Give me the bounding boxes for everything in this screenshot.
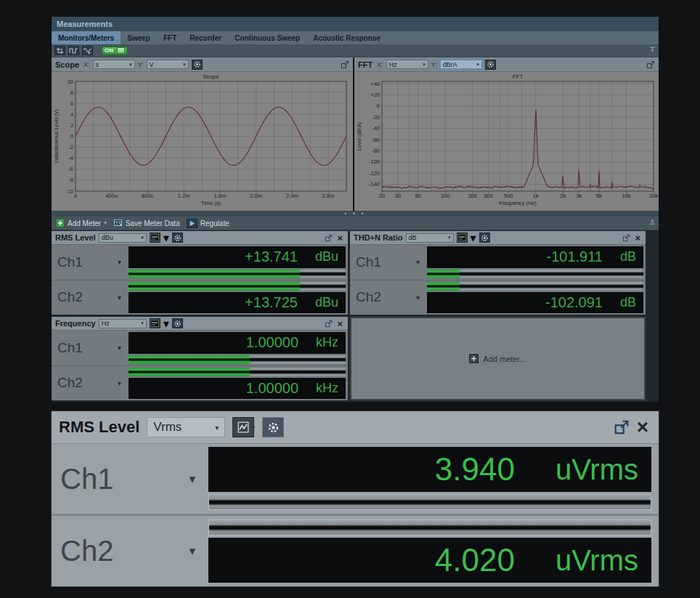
svg-text:-120: -120 <box>369 170 380 177</box>
tab-fft[interactable]: FFT <box>157 31 183 44</box>
tab-monitors-meters[interactable]: Monitors/Meters <box>52 31 121 44</box>
scope-x-unit-value: s <box>96 61 99 68</box>
scope-panel-title: Scope <box>55 60 79 69</box>
channel-selector[interactable]: Ch2▾ <box>52 516 208 586</box>
chevron-down-icon: ▾ <box>471 231 476 245</box>
zoom-close-button[interactable]: × <box>637 417 648 437</box>
save-meter-data-button[interactable]: Save Meter Data <box>112 219 182 227</box>
meter-close-button[interactable]: × <box>335 233 344 243</box>
svg-text:-8: -8 <box>68 177 73 183</box>
meter-channel-row: Ch1▾1.00000kHz <box>52 331 348 365</box>
meter-settings-button[interactable] <box>172 233 183 243</box>
meter-toolbar-collapse-button[interactable] <box>649 219 656 225</box>
chevron-down-icon[interactable]: ▾ <box>251 424 255 432</box>
horizontal-splitter[interactable]: • • • <box>52 211 659 217</box>
meter-display-mode-button[interactable] <box>457 233 468 243</box>
channel-selector[interactable]: Ch2▾ <box>52 366 126 401</box>
chevron-down-icon: ▾ <box>118 344 121 352</box>
svg-text:-80: -80 <box>372 148 380 154</box>
meter-display-mode-button[interactable] <box>150 233 160 243</box>
generator-on-toggle[interactable]: ON <box>102 47 128 55</box>
meter-settings-button[interactable] <box>172 318 183 328</box>
meter-popout-button[interactable] <box>325 320 333 328</box>
tab-acoustic-response[interactable]: Acoustic Response <box>306 31 387 44</box>
scope-settings-button[interactable] <box>192 60 203 70</box>
fft-x-unit-select[interactable]: Hz▾ <box>386 60 428 69</box>
analyzer-button[interactable] <box>82 46 93 55</box>
channel-selector[interactable]: Ch1▾ <box>350 245 425 280</box>
scope-panel-header: Scope X: s▾ Y: V▾ <box>52 57 353 72</box>
meter-settings-button[interactable] <box>479 233 490 243</box>
monitor-toolbar: ON <box>52 44 659 57</box>
level-bar-fill <box>427 282 460 291</box>
fft-y-unit-value: dBrA <box>443 61 457 68</box>
zoom-settings-button[interactable] <box>262 417 284 437</box>
zoom-unit-select[interactable]: Vrms ▾ <box>147 417 225 437</box>
scope-y-unit-select[interactable]: V▾ <box>147 60 189 69</box>
meter-title: Frequency <box>55 319 96 328</box>
scope-x-unit-select[interactable]: s▾ <box>93 60 135 69</box>
channel-selector[interactable]: Ch1▾ <box>52 245 126 280</box>
add-meter-label: Add Meter <box>68 219 101 227</box>
regulate-button[interactable]: Regulate <box>185 219 231 228</box>
channel-selector[interactable]: Ch1▾ <box>52 331 126 365</box>
meter-readout: -101.911dB <box>427 246 643 268</box>
meter-close-button[interactable]: × <box>335 319 344 328</box>
fft-settings-button[interactable] <box>485 60 496 70</box>
meter-display-stack: +13.741dBu <box>126 245 348 280</box>
svg-text:-10: -10 <box>65 188 73 195</box>
zoom-panel-header: RMS Level Vrms ▾ ▾ × <box>52 411 659 444</box>
save-meter-data-label: Save Meter Data <box>126 219 180 227</box>
level-bar <box>208 494 651 510</box>
meter-unit: dBu <box>315 295 338 310</box>
meter-unit: dB <box>620 249 636 264</box>
fft-panel-title: FFT <box>358 60 373 69</box>
gear-icon <box>487 60 495 68</box>
meter-popout-button[interactable] <box>325 234 333 242</box>
meter-value: 4.020 <box>435 542 515 578</box>
channel-name: Ch2 <box>57 375 83 391</box>
generator-button[interactable] <box>68 46 79 55</box>
meter-unit-select[interactable]: dBu▾ <box>99 233 147 243</box>
tab-recorder[interactable]: Recorder <box>183 31 228 44</box>
popout-icon <box>646 60 655 69</box>
meter-display-stack: +13.725dBu <box>126 280 348 315</box>
zoom-popout-button[interactable] <box>614 419 630 435</box>
toolbar-collapse-button[interactable] <box>649 47 656 53</box>
chevron-down-icon: ▾ <box>448 235 451 241</box>
channel-selector[interactable]: Ch1▾ <box>52 444 208 514</box>
svg-text:-4: -4 <box>68 155 73 161</box>
chevron-down-icon: ▾ <box>163 317 169 331</box>
add-meter-placeholder[interactable]: Add meter... <box>350 317 646 400</box>
channel-selector[interactable]: Ch2▾ <box>52 280 126 315</box>
screen: Measurements Monitors/MetersSweepFFTReco… <box>0 0 700 598</box>
meter-panel-body: Ch1▾1.00000kHzCh2▾1.00000kHz <box>52 331 348 400</box>
meter-close-button[interactable]: × <box>633 233 642 243</box>
meter-popout-button[interactable] <box>622 234 630 242</box>
svg-text:Instantaneous Level (V): Instantaneous Level (V) <box>54 110 60 163</box>
io-routing-button[interactable] <box>54 46 65 55</box>
meter-unit-select[interactable]: Hz▾ <box>99 319 147 328</box>
svg-text:2: 2 <box>70 122 73 129</box>
fft-popout-button[interactable] <box>646 60 655 69</box>
y-axis-label: Y: <box>431 61 437 68</box>
fft-y-unit-select[interactable]: dBrA▾ <box>440 60 482 69</box>
svg-text:Level (dBrA): Level (dBrA) <box>357 122 362 150</box>
svg-text:50: 50 <box>415 193 420 199</box>
zoom-panel-body: Ch1▾3.940uVrmsCh2▾4.020uVrms <box>52 444 659 586</box>
svg-text:-140: -140 <box>369 181 380 187</box>
meters-grid: RMS LeveldBu▾▾×Ch1▾+13.741dBuCh2▾+13.725… <box>52 230 659 402</box>
level-bar <box>427 282 643 291</box>
add-meter-placeholder-label: Add meter... <box>483 355 526 363</box>
tab-continuous-sweep[interactable]: Continuous Sweep <box>228 31 306 44</box>
add-meter-button[interactable]: Add Meter ▾ <box>54 219 108 227</box>
scope-popout-button[interactable] <box>341 60 349 69</box>
meter-unit-select[interactable]: dB▾ <box>406 233 454 243</box>
level-bar-fill <box>129 368 250 376</box>
meter-value: +13.725 <box>245 294 298 311</box>
measurement-tabs: Monitors/MetersSweepFFTRecorderContinuou… <box>52 31 659 44</box>
channel-selector[interactable]: Ch2▾ <box>350 280 425 315</box>
tab-sweep[interactable]: Sweep <box>121 31 157 44</box>
meter-panel-body: Ch1▾-101.911dBCh2▾-102.091dB <box>350 245 646 315</box>
meter-display-mode-button[interactable] <box>150 318 160 328</box>
